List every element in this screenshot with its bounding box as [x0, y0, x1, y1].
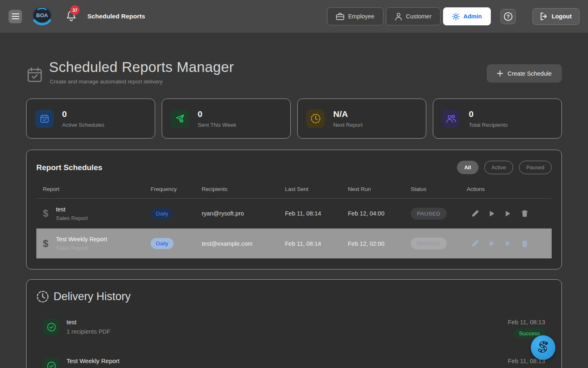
column-frequency: Frequency: [151, 186, 202, 192]
play-icon: [506, 241, 510, 246]
play-icon: [490, 241, 494, 246]
employee-tab-label: Employee: [348, 13, 374, 20]
plus-icon: [497, 70, 503, 76]
next-run-cell: Feb 12, 02:00: [348, 240, 411, 247]
stat-label: Next Report: [333, 122, 363, 128]
stat-card-total-recipients: 0 Total Recipients: [433, 99, 562, 139]
stat-card-sent-this-week: 0 Sent This Week: [162, 99, 291, 139]
history-entry: Test Weekly Report Feb 11, 08:13: [36, 357, 552, 368]
success-check-icon: [43, 319, 60, 335]
main-content: Scheduled Reports Manager Create and man…: [0, 59, 588, 368]
next-run-cell: Feb 12, 04:00: [348, 210, 411, 217]
notification-count-badge: 37: [70, 5, 80, 15]
stat-value: 0: [62, 109, 105, 119]
page-header: Scheduled Reports Manager Create and man…: [26, 59, 562, 85]
stat-value: 0: [198, 109, 236, 119]
play-icon: [506, 211, 510, 216]
resume-button[interactable]: [506, 241, 510, 246]
logout-button[interactable]: Logout: [532, 8, 579, 25]
column-next-run: Next Run: [348, 186, 411, 192]
status-badge: PAUSED: [411, 208, 447, 220]
status-badge: PAUSED: [411, 238, 447, 249]
report-name: test: [56, 206, 88, 213]
report-category: Sales Report: [56, 215, 88, 221]
delivery-history-title: Delivery History: [53, 290, 131, 303]
briefcase-icon: [336, 13, 344, 20]
column-recipients: Recipients: [202, 186, 285, 192]
resume-button[interactable]: [506, 211, 510, 216]
menu-button[interactable]: [9, 10, 22, 23]
stat-card-active-schedules: 0 Active Schedules: [26, 99, 155, 139]
history-entry-name: test: [67, 319, 110, 325]
last-sent-cell: Feb 11, 08:14: [285, 210, 348, 217]
hamburger-icon: [12, 13, 19, 19]
question-icon: ?: [504, 12, 512, 21]
logout-icon: [540, 13, 548, 20]
create-schedule-label: Create Schedule: [508, 70, 552, 77]
play-icon: [490, 211, 494, 216]
run-now-button[interactable]: [490, 211, 494, 216]
admin-tab-label: Admin: [463, 13, 482, 20]
history-clock-icon: [36, 290, 49, 303]
history-timestamp: Feb 11, 08:13: [508, 319, 545, 325]
edit-button[interactable]: [472, 240, 479, 247]
notifications-button[interactable]: 37: [66, 10, 77, 22]
table-row[interactable]: $ test Sales Report Daily ryan@rysoft.pr…: [36, 199, 552, 229]
stat-label: Active Schedules: [62, 122, 105, 128]
top-navbar: BOA 37 Scheduled Reports Employee: [0, 0, 588, 33]
stat-value: 0: [469, 109, 508, 119]
stats-row: 0 Active Schedules 0 Sent This Week: [26, 99, 562, 139]
table-header: Report Frequency Recipients Last Sent Ne…: [36, 186, 552, 199]
delete-button[interactable]: [521, 210, 528, 217]
pencil-icon: [472, 210, 479, 217]
delivery-history-panel: Delivery History test 1 recipients PDF F…: [26, 279, 562, 368]
history-entry: test 1 recipients PDF Feb 11, 08:13 Succ…: [36, 319, 552, 339]
employee-tab[interactable]: Employee: [327, 7, 383, 25]
page-title: Scheduled Reports Manager: [49, 59, 234, 75]
clock-icon: [306, 110, 325, 128]
frequency-badge: Daily: [151, 238, 174, 249]
report-schedules-title: Report Schedules: [36, 163, 102, 172]
last-sent-cell: Feb 11, 08:14: [285, 240, 348, 247]
column-status: Status: [411, 186, 467, 192]
admin-tab[interactable]: Admin: [443, 7, 491, 25]
snake-logo-icon: [535, 340, 551, 355]
help-button[interactable]: ?: [501, 9, 516, 24]
dollar-icon: $: [43, 238, 49, 249]
navbar-title: Scheduled Reports: [87, 13, 145, 20]
run-now-button[interactable]: [490, 241, 494, 246]
frequency-badge: Daily: [151, 208, 174, 219]
recipients-cell: ryan@rysoft.pro: [202, 210, 285, 217]
chat-widget-button[interactable]: [531, 335, 555, 360]
history-entry-detail: 1 recipients PDF: [67, 328, 110, 335]
customer-tab[interactable]: Customer: [386, 7, 441, 25]
dollar-icon: $: [43, 208, 49, 219]
gear-icon: [452, 13, 460, 20]
filter-all[interactable]: All: [457, 161, 479, 174]
filter-paused[interactable]: Paused: [519, 161, 552, 174]
table-row[interactable]: $ Test Weekly Report Sales Report Daily …: [36, 229, 552, 258]
filter-active[interactable]: Active: [484, 161, 513, 174]
svg-text:BOA: BOA: [36, 12, 49, 18]
stat-label: Total Recipients: [469, 122, 508, 128]
stat-card-next-report: N/A Next Report: [297, 99, 426, 139]
person-icon: [395, 13, 402, 20]
column-report: Report: [43, 186, 151, 192]
history-entry-name: Test Weekly Report: [67, 357, 120, 364]
report-name: Test Weekly Report: [56, 236, 107, 242]
stat-label: Sent This Week: [198, 122, 236, 128]
column-actions: Actions: [467, 186, 552, 192]
delete-button[interactable]: [521, 240, 528, 247]
customer-tab-label: Customer: [406, 13, 432, 20]
recipients-cell: test@example.com: [202, 240, 285, 247]
pencil-icon: [472, 240, 479, 247]
create-schedule-button[interactable]: Create Schedule: [487, 64, 562, 83]
calendar-check-icon: [26, 66, 43, 85]
send-check-icon: [171, 110, 189, 128]
trash-icon: [521, 210, 528, 217]
edit-button[interactable]: [472, 210, 479, 217]
calendar-check-icon: [35, 110, 53, 128]
success-check-icon: [43, 357, 60, 368]
trash-icon: [521, 240, 528, 247]
stat-value: N/A: [333, 109, 363, 119]
